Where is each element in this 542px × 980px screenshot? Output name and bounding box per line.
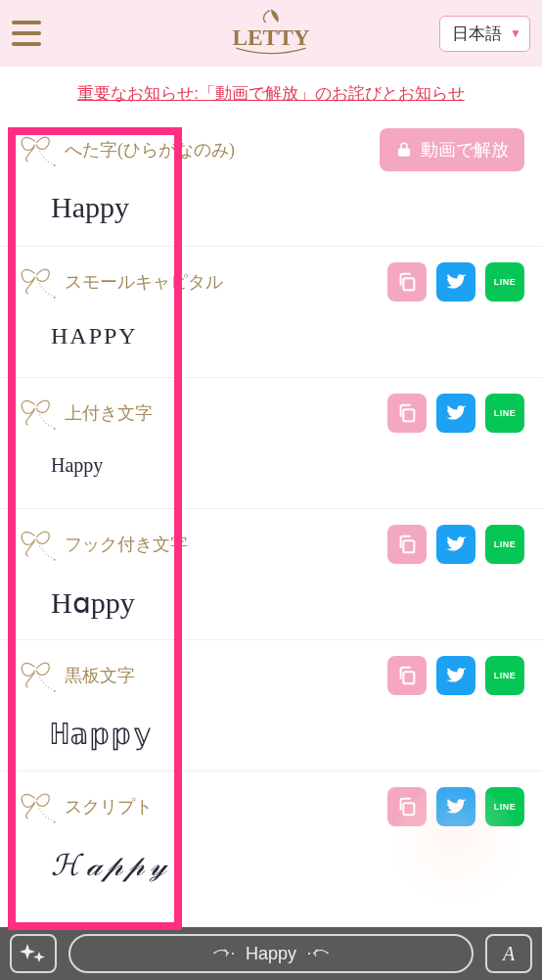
line-label: LINE bbox=[494, 277, 517, 287]
font-sample: Happy bbox=[51, 191, 524, 224]
font-title: スクリプト bbox=[18, 786, 153, 827]
copy-icon bbox=[396, 665, 418, 686]
svg-rect-9 bbox=[403, 672, 414, 683]
sparkle-icon bbox=[20, 942, 47, 965]
svg-rect-11 bbox=[403, 803, 414, 815]
row-actions: LINE bbox=[387, 787, 524, 826]
line-label: LINE bbox=[494, 408, 517, 418]
copy-button[interactable] bbox=[387, 394, 427, 433]
twitter-share-button[interactable] bbox=[436, 394, 475, 433]
lock-icon bbox=[395, 141, 413, 159]
font-sample: ℍ𝕒𝕡𝕡𝕪 bbox=[51, 717, 524, 753]
butterfly-icon bbox=[18, 524, 59, 565]
font-name: スモールキャピタル bbox=[65, 270, 223, 294]
font-title: へた字(ひらがなのみ) bbox=[18, 129, 235, 170]
copy-icon bbox=[396, 534, 418, 555]
font-title: フック付き文字 bbox=[18, 524, 188, 565]
font-row-head: スモールキャピタル LINE bbox=[18, 260, 524, 303]
font-title: 上付き文字 bbox=[18, 393, 153, 434]
svg-text:LETTY: LETTY bbox=[232, 24, 309, 50]
butterfly-icon bbox=[18, 393, 59, 434]
butterfly-icon bbox=[18, 655, 59, 696]
sparkle-button[interactable] bbox=[10, 934, 57, 973]
bottom-bar: Happy A bbox=[0, 927, 542, 980]
font-row: へた字(ひらがなのみ) 動画で解放 Happy bbox=[0, 115, 542, 246]
font-sample: ℋ𝒶𝓅𝓅𝓎 bbox=[51, 848, 524, 883]
font-sample: Hɑppy bbox=[51, 585, 524, 620]
font-row: スモールキャピタル LINE HAPPY bbox=[0, 246, 542, 377]
twitter-share-button[interactable] bbox=[436, 525, 475, 564]
app-logo: LETTY bbox=[217, 6, 325, 61]
font-sample: HAPPY bbox=[51, 323, 524, 350]
font-row-head: へた字(ひらがなのみ) 動画で解放 bbox=[18, 128, 524, 171]
language-label: 日本語 bbox=[452, 24, 502, 43]
line-share-button[interactable]: LINE bbox=[485, 394, 524, 433]
font-sample: Happy bbox=[51, 454, 524, 477]
language-select[interactable]: 日本語 bbox=[439, 16, 530, 52]
copy-button[interactable] bbox=[387, 525, 427, 564]
line-label: LINE bbox=[494, 802, 517, 812]
twitter-icon bbox=[444, 533, 468, 556]
twitter-icon bbox=[444, 664, 468, 687]
unlock-button[interactable]: 動画で解放 bbox=[380, 128, 524, 171]
svg-text:A: A bbox=[501, 943, 516, 964]
input-display[interactable]: Happy bbox=[68, 934, 474, 973]
line-share-button[interactable]: LINE bbox=[485, 262, 524, 302]
copy-button[interactable] bbox=[387, 787, 427, 826]
line-share-button[interactable]: LINE bbox=[485, 787, 524, 826]
butterfly-icon bbox=[18, 786, 59, 827]
copy-icon bbox=[396, 402, 418, 424]
twitter-icon bbox=[444, 401, 468, 425]
font-name: スクリプト bbox=[65, 795, 153, 818]
line-share-button[interactable]: LINE bbox=[485, 525, 524, 564]
font-row-head: スクリプト LINE bbox=[18, 785, 524, 828]
twitter-share-button[interactable] bbox=[436, 262, 475, 302]
font-row: スクリプト LINE ℋ𝒶𝓅𝓅𝓎 bbox=[0, 770, 542, 902]
row-actions: 動画で解放 bbox=[380, 128, 524, 171]
flourish-left-icon bbox=[212, 944, 240, 963]
style-button[interactable]: A bbox=[485, 934, 532, 973]
twitter-share-button[interactable] bbox=[436, 656, 475, 695]
font-row-head: 黒板文字 LINE bbox=[18, 654, 524, 697]
logo-svg: LETTY bbox=[217, 6, 325, 61]
font-list: へた字(ひらがなのみ) 動画で解放 Happy スモールキャピタル LINE bbox=[0, 115, 542, 902]
input-text: Happy bbox=[246, 944, 296, 964]
font-name: 上付き文字 bbox=[65, 401, 153, 425]
font-name: フック付き文字 bbox=[65, 533, 188, 556]
twitter-icon bbox=[444, 270, 468, 294]
font-row-head: 上付き文字 LINE bbox=[18, 392, 524, 435]
font-title: スモールキャピタル bbox=[18, 261, 223, 303]
font-row-head: フック付き文字 LINE bbox=[18, 523, 524, 566]
twitter-share-button[interactable] bbox=[436, 787, 475, 826]
line-label: LINE bbox=[494, 671, 517, 680]
svg-point-1 bbox=[54, 164, 56, 166]
svg-point-6 bbox=[54, 559, 56, 561]
svg-point-2 bbox=[54, 297, 56, 299]
app-header: LETTY 日本語 bbox=[0, 0, 542, 67]
font-row: フック付き文字 LINE Hɑppy bbox=[0, 508, 542, 639]
svg-point-12 bbox=[232, 953, 234, 955]
notice-banner: 重要なお知らせ:「動画で解放」のお詫びとお知らせ bbox=[0, 67, 542, 115]
copy-button[interactable] bbox=[387, 262, 427, 302]
svg-rect-3 bbox=[403, 278, 414, 290]
font-name: 黒板文字 bbox=[65, 664, 135, 687]
row-actions: LINE bbox=[387, 394, 524, 433]
row-actions: LINE bbox=[387, 262, 524, 302]
unlock-label: 動画で解放 bbox=[421, 138, 509, 162]
butterfly-icon bbox=[18, 129, 59, 170]
copy-icon bbox=[396, 271, 418, 293]
font-name: へた字(ひらがなのみ) bbox=[65, 138, 235, 162]
copy-button[interactable] bbox=[387, 656, 427, 695]
svg-point-8 bbox=[54, 690, 56, 692]
butterfly-icon bbox=[18, 261, 59, 303]
notice-link[interactable]: 重要なお知らせ:「動画で解放」のお詫びとお知らせ bbox=[77, 84, 465, 103]
svg-point-13 bbox=[308, 953, 310, 955]
copy-icon bbox=[396, 796, 418, 817]
twitter-icon bbox=[444, 795, 468, 818]
row-actions: LINE bbox=[387, 525, 524, 564]
svg-rect-7 bbox=[403, 540, 414, 552]
line-share-button[interactable]: LINE bbox=[485, 656, 524, 695]
menu-button[interactable] bbox=[12, 14, 51, 53]
font-row: 上付き文字 LINE Happy bbox=[0, 377, 542, 508]
line-label: LINE bbox=[494, 539, 517, 549]
